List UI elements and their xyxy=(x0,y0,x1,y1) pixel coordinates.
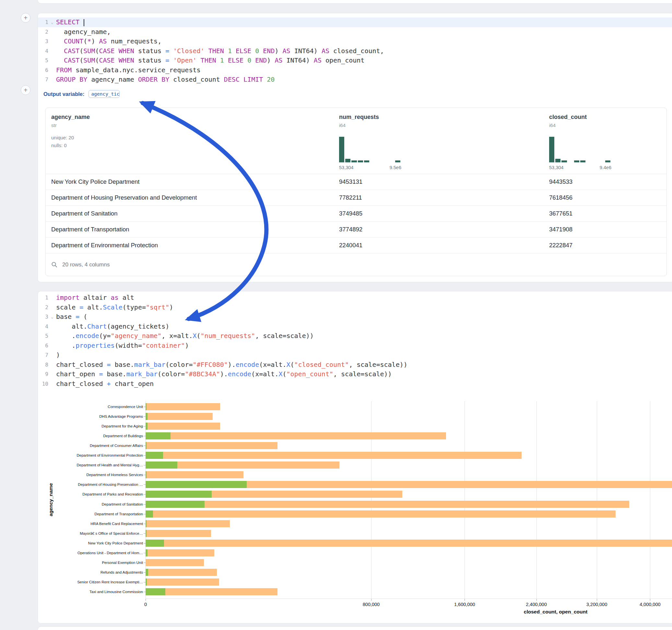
line-number: 1 xyxy=(38,18,48,27)
output-variable-tag[interactable]: agency_tickets xyxy=(89,90,120,98)
y-axis-tick-label: Department of Parks and Recreation xyxy=(38,489,143,499)
open-bar xyxy=(146,481,247,488)
y-axis-tick-label: Department of Housing Preservation … xyxy=(38,480,143,489)
y-axis-tick-label: Department of Consumer Affairs xyxy=(38,441,143,451)
cell-num-requests: 2240041 xyxy=(334,242,544,249)
gutter-spacer xyxy=(48,46,56,56)
closed-bar xyxy=(146,588,278,595)
open-bar xyxy=(146,442,146,449)
column-header-agency-name[interactable]: agency_name str unique: 20 nulls: 0 xyxy=(46,108,334,174)
column-histogram xyxy=(549,137,611,162)
histogram-bar xyxy=(395,161,400,162)
column-name: agency_name xyxy=(51,114,334,121)
table-header: agency_name str unique: 20 nulls: 0 num_… xyxy=(46,108,667,174)
add-cell-button[interactable]: + xyxy=(21,13,30,23)
previous-cell-fragment xyxy=(38,0,672,4)
open-bar xyxy=(146,520,146,527)
open-bar xyxy=(146,403,146,410)
cell-num-requests: 9453131 xyxy=(334,178,544,185)
histogram-range: 53,304 9.5e6 xyxy=(339,165,401,170)
sql-editor[interactable]: 1⌄SELECT 2 agency_name,3 COUNT(*) AS num… xyxy=(38,13,672,84)
next-cell-fragment xyxy=(38,626,672,630)
closed-bar xyxy=(146,501,629,508)
code-text: FROM sample_data.nyc.service_requests xyxy=(56,66,201,75)
closed-bar xyxy=(146,432,446,439)
line-number: 7 xyxy=(38,75,48,84)
code-text: SELECT xyxy=(56,18,84,27)
x-axis-tick xyxy=(146,599,146,601)
y-axis-tick-label: Operations Unit - Department of Hom… xyxy=(38,548,143,558)
fold-chevron-icon[interactable]: ⌄ xyxy=(48,18,56,27)
chart-x-axis-title: closed_count, open_count xyxy=(524,609,587,615)
y-axis-tick-label: Department of Homeless Services xyxy=(38,470,143,480)
line-number: 4 xyxy=(38,46,48,56)
open-bar xyxy=(146,510,153,517)
gridline xyxy=(371,401,371,599)
y-axis-tick-label: Department for the Aging xyxy=(38,421,143,431)
code-line[interactable]: 2 agency_name, xyxy=(38,27,672,37)
closed-bar xyxy=(146,471,243,478)
x-axis-tick xyxy=(464,599,465,601)
open-bar xyxy=(146,579,147,586)
gridline xyxy=(464,401,465,599)
y-axis-tick-label: Personal Exemption Unit xyxy=(38,558,143,567)
gutter-spacer xyxy=(48,27,56,37)
column-stats: unique: 20 nulls: 0 xyxy=(51,134,334,149)
x-axis-tick xyxy=(650,599,650,601)
open-bar xyxy=(146,501,205,508)
closed-bar xyxy=(146,452,522,459)
open-bar xyxy=(146,471,146,478)
cell-closed-count: 2222847 xyxy=(544,242,667,249)
cell-agency-name: Department of Environmental Protection xyxy=(46,242,334,249)
column-type: str xyxy=(51,122,334,128)
cell-agency-name: Department of Housing Preservation and D… xyxy=(46,194,334,201)
y-axis-tick-label: Department of Transportation xyxy=(38,509,143,519)
y-axis-tick-label: HRA Benefit Card Replacement xyxy=(38,519,143,529)
x-axis-line xyxy=(146,599,672,599)
histogram-bar xyxy=(605,161,610,162)
histogram-bar xyxy=(580,161,585,162)
histogram-bar xyxy=(352,161,357,162)
column-header-num-requests[interactable]: num_requests i64 53,304 9.5e6 xyxy=(334,108,544,174)
cell-closed-count: 3677651 xyxy=(544,210,667,217)
code-line[interactable]: 6FROM sample_data.nyc.service_requests xyxy=(38,66,672,75)
cell-agency-name: New York City Police Department xyxy=(46,178,334,185)
cell-agency-name: Department of Transportation xyxy=(46,226,334,233)
line-number: 5 xyxy=(38,56,48,66)
table-row: Department of Environmental Protection22… xyxy=(46,238,667,253)
code-line[interactable]: 4 CAST(SUM(CASE WHEN status = 'Closed' T… xyxy=(38,46,672,56)
gutter-spacer xyxy=(48,75,56,84)
cell-num-requests: 3774892 xyxy=(334,226,544,233)
cell-num-requests: 3749485 xyxy=(334,210,544,217)
y-axis-tick-label: DHS Advantage Programs xyxy=(38,412,143,421)
open-bar xyxy=(146,539,164,547)
column-histogram xyxy=(339,137,401,162)
text-cursor xyxy=(83,19,84,26)
open-bar xyxy=(146,413,147,420)
code-text: CAST(SUM(CASE WHEN status = 'Closed' THE… xyxy=(56,46,384,56)
results-footer: 20 rows, 4 columns xyxy=(46,253,667,276)
code-line[interactable]: 3 COUNT(*) AS num_requests, xyxy=(38,37,672,46)
column-header-closed-count[interactable]: closed_count i64 53,304 9.4e6 xyxy=(544,108,667,174)
output-variable-row: Output variable: agency_tickets xyxy=(44,89,120,99)
closed-bar xyxy=(146,559,204,566)
gutter-spacer xyxy=(48,56,56,66)
bar-chart: closed_count, open_count agency_name 080… xyxy=(38,291,672,623)
histogram-bar xyxy=(561,161,567,162)
closed-bar xyxy=(146,569,217,576)
search-icon[interactable] xyxy=(51,262,58,268)
gridline xyxy=(650,401,650,599)
y-axis-tick-label: Taxi and Limousine Commission xyxy=(38,587,143,597)
histogram-bar xyxy=(555,159,560,162)
code-text: CAST(SUM(CASE WHEN status = 'Open' THEN … xyxy=(56,56,364,66)
sql-cell: 1⌄SELECT 2 agency_name,3 COUNT(*) AS num… xyxy=(38,13,672,282)
column-name: closed_count xyxy=(549,114,667,121)
gutter-spacer xyxy=(48,66,56,75)
code-line[interactable]: 7GROUP BY agency_name ORDER BY closed_co… xyxy=(38,75,672,84)
add-cell-button[interactable]: + xyxy=(21,85,30,95)
histogram-bar xyxy=(345,159,351,162)
code-text: agency_name, xyxy=(56,27,111,37)
code-line[interactable]: 1⌄SELECT xyxy=(38,18,672,27)
histogram-bar xyxy=(358,161,363,162)
code-line[interactable]: 5 CAST(SUM(CASE WHEN status = 'Open' THE… xyxy=(38,56,672,66)
